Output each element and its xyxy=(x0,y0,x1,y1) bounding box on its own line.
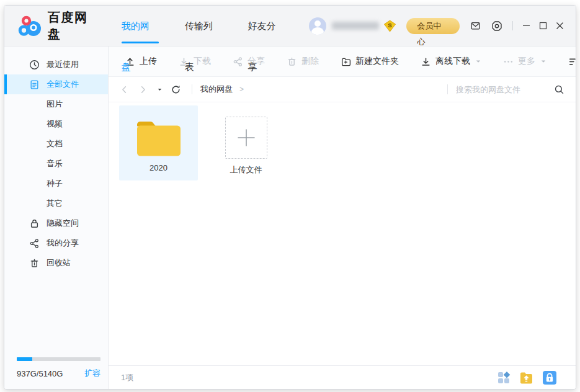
tab-my-drive[interactable]: 我的网盘 xyxy=(120,6,161,47)
sidebar-label: 回收站 xyxy=(47,257,71,269)
share-nodes-icon xyxy=(29,238,40,249)
sidebar-item-music[interactable]: 音乐 xyxy=(4,154,108,174)
folder-plus-icon xyxy=(341,56,351,67)
upload-label: 上传 xyxy=(140,56,157,67)
folder-icon xyxy=(131,118,187,158)
storage-progress-track xyxy=(17,357,100,361)
file-grid: 2020 上传文件 xyxy=(109,102,576,365)
status-bar: 1项 xyxy=(109,365,576,389)
sidebar-item-all-files[interactable]: 全部文件 xyxy=(4,74,108,94)
breadcrumb-separator: > xyxy=(239,85,244,94)
new-folder-button[interactable]: 新建文件夹 xyxy=(341,56,399,67)
folder-name: 2020 xyxy=(149,163,167,172)
chevron-down-icon[interactable] xyxy=(475,58,481,65)
history-dropdown-icon[interactable] xyxy=(157,87,163,92)
sidebar-label: 视频 xyxy=(47,118,63,130)
app-title: 百度网盘 xyxy=(48,9,101,43)
window-controls-divider xyxy=(512,21,513,30)
username-blurred xyxy=(332,22,379,30)
user-avatar[interactable] xyxy=(309,17,326,35)
main-panel: 上传 下载 分享 xyxy=(109,47,576,389)
member-center-button[interactable]: 会员中心 xyxy=(406,18,460,34)
sidebar-label: 我的分享 xyxy=(47,238,79,249)
storage-panel: 937G/5140G 扩容 xyxy=(4,357,108,389)
svip-badge-icon[interactable]: S xyxy=(383,20,396,32)
folder-tile-2020[interactable]: 2020 xyxy=(119,105,198,180)
safe-lock-icon[interactable] xyxy=(542,370,557,385)
settings-gear-icon[interactable] xyxy=(491,20,502,32)
sidebar-item-recent[interactable]: 最近使用 xyxy=(4,55,108,74)
tab-transfer-list[interactable]: 传输列表 xyxy=(183,6,224,47)
sidebar-item-others[interactable]: 其它 xyxy=(4,194,108,213)
new-folder-label: 新建文件夹 xyxy=(355,56,399,67)
baidu-netdisk-logo-icon xyxy=(18,15,42,37)
maximize-icon[interactable] xyxy=(535,17,551,34)
app-logo: 百度网盘 xyxy=(4,9,101,43)
offline-download-label: 离线下载 xyxy=(435,56,470,67)
download-label: 下载 xyxy=(194,56,211,67)
sidebar-item-torrents[interactable]: 种子 xyxy=(4,174,108,194)
search-input[interactable] xyxy=(456,85,554,94)
refresh-icon[interactable] xyxy=(171,84,181,95)
ellipsis-icon xyxy=(503,56,514,67)
minimize-icon[interactable] xyxy=(518,17,535,34)
expand-storage-link[interactable]: 扩容 xyxy=(84,368,100,379)
storage-progress-fill xyxy=(17,357,32,361)
chevron-down-icon[interactable] xyxy=(540,58,547,65)
sidebar-label: 隐藏空间 xyxy=(47,218,79,229)
app-window: 百度网盘 我的网盘 传输列表 好友分享 S 会员中心 xyxy=(4,5,576,390)
storage-usage-text: 937G/5140G xyxy=(17,369,63,378)
document-icon xyxy=(29,79,40,90)
sidebar-label: 最近使用 xyxy=(47,59,79,70)
sidebar-item-my-shares[interactable]: 我的分享 xyxy=(4,233,108,253)
offline-download-button[interactable]: 离线下载 xyxy=(421,56,481,67)
more-label: 更多 xyxy=(518,56,535,67)
sidebar-label: 全部文件 xyxy=(47,79,79,90)
mail-icon[interactable] xyxy=(470,20,481,31)
sidebar-label: 文档 xyxy=(47,138,63,149)
download-button[interactable]: 下载 xyxy=(179,56,211,67)
sidebar-label: 其它 xyxy=(47,198,63,209)
delete-button[interactable]: 删除 xyxy=(287,56,319,67)
more-button[interactable]: 更多 xyxy=(503,56,547,67)
sidebar-list: 最近使用 全部文件 图片 视频 文档 音乐 xyxy=(4,47,108,357)
item-count: 1项 xyxy=(121,372,133,383)
close-icon[interactable] xyxy=(551,17,568,34)
toolbar: 上传 下载 分享 xyxy=(109,47,576,77)
sidebar-item-videos[interactable]: 视频 xyxy=(4,114,108,134)
sidebar-label: 音乐 xyxy=(47,158,63,169)
share-nodes-icon xyxy=(233,56,243,67)
search-icon[interactable] xyxy=(554,84,564,95)
upload-file-tile[interactable]: 上传文件 xyxy=(207,105,285,180)
sidebar-item-pictures[interactable]: 图片 xyxy=(4,94,108,114)
trash-icon xyxy=(29,258,40,269)
folder-upload-icon[interactable] xyxy=(519,370,534,385)
clock-icon xyxy=(29,60,40,70)
sidebar-item-hidden-space[interactable]: 隐藏空间 xyxy=(4,213,108,233)
sidebar-item-recycle-bin[interactable]: 回收站 xyxy=(4,253,108,273)
plus-icon xyxy=(225,117,267,159)
offline-download-icon xyxy=(421,56,431,67)
lock-icon xyxy=(29,218,40,229)
delete-label: 删除 xyxy=(301,56,319,67)
sidebar-label: 种子 xyxy=(47,178,63,189)
sort-order-icon[interactable] xyxy=(568,56,576,67)
app-header: 百度网盘 我的网盘 传输列表 好友分享 S 会员中心 xyxy=(4,6,576,47)
apps-grid-icon[interactable] xyxy=(497,371,511,385)
main-tabs: 我的网盘 传输列表 好友分享 xyxy=(120,6,310,47)
sidebar: 最近使用 全部文件 图片 视频 文档 音乐 xyxy=(4,47,109,389)
breadcrumb-root[interactable]: 我的网盘 xyxy=(200,84,233,95)
search-box xyxy=(439,84,564,95)
header-right: S 会员中心 xyxy=(309,17,576,35)
navigation-bar: 我的网盘 > xyxy=(109,77,576,102)
sidebar-item-documents[interactable]: 文档 xyxy=(4,134,108,154)
forward-icon[interactable] xyxy=(138,85,148,94)
trash-icon xyxy=(287,56,297,67)
divider xyxy=(447,84,448,94)
upload-tile-label: 上传文件 xyxy=(230,164,262,176)
sidebar-label: 图片 xyxy=(47,99,63,110)
svip-badge-letter: S xyxy=(388,22,392,28)
tab-friend-shares[interactable]: 好友分享 xyxy=(246,6,287,47)
